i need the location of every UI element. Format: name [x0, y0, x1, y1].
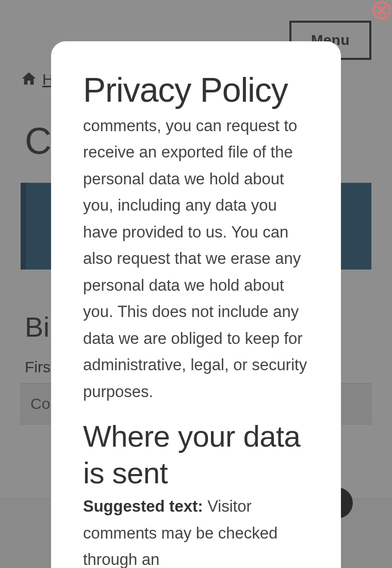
modal-title: Privacy Policy [83, 70, 310, 109]
suggested-label: Suggested text: [83, 497, 207, 515]
privacy-policy-modal: Privacy Policy comments, you can request… [51, 41, 341, 568]
close-icon[interactable] [372, 1, 391, 20]
modal-suggested-text: Suggested text: Visitor comments may be … [83, 493, 310, 568]
modal-section-heading: Where your data is sent [83, 418, 310, 492]
modal-paragraph: comments, you can request to receive an … [83, 113, 310, 405]
